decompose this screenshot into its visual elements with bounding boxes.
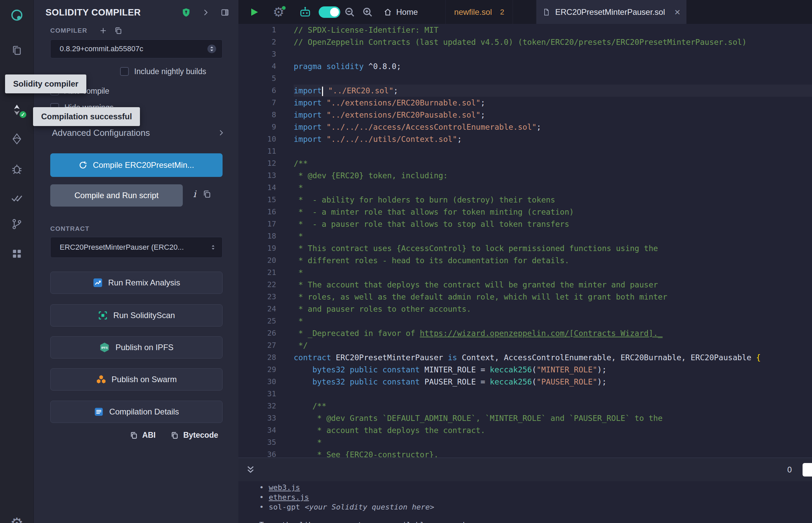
line-number[interactable]: 34 — [239, 424, 276, 436]
info-icon[interactable]: i — [190, 189, 200, 199]
source-control-icon[interactable] — [0, 215, 34, 234]
code-editor[interactable]: 1234567891011121314151617181920212223242… — [239, 24, 812, 458]
code-line[interactable]: */ — [294, 339, 812, 351]
code-line[interactable]: /** — [294, 400, 812, 412]
editor-code[interactable]: // SPDX-License-Identifier: MIT// OpenZe… — [279, 24, 812, 458]
terminal-search-input[interactable] — [802, 463, 812, 476]
compilation-details-button[interactable]: Compilation Details — [50, 401, 223, 423]
line-number[interactable]: 1 — [239, 24, 276, 36]
run-solidityscan-button[interactable]: Run SolidityScan — [50, 304, 223, 327]
line-number[interactable]: 9 — [239, 121, 276, 133]
tab-home[interactable]: Home — [381, 0, 421, 24]
compiler-version-select[interactable]: 0.8.29+commit.ab55807c — [50, 39, 223, 58]
chevron-right-icon[interactable] — [202, 8, 210, 17]
code-line[interactable]: import "../ERC20.sol"; — [294, 85, 812, 97]
code-line[interactable]: * — [294, 230, 812, 242]
line-number[interactable]: 28 — [239, 351, 276, 364]
shield-icon[interactable] — [181, 7, 191, 18]
panel-layout-icon[interactable] — [220, 8, 229, 17]
tab-erc20-preset[interactable]: ERC20PresetMinterPauser.sol × — [536, 0, 687, 24]
code-line[interactable]: * and pauser roles to other accounts. — [294, 303, 812, 315]
code-line[interactable]: * — [294, 436, 812, 449]
code-line[interactable]: import "../extensions/ERC20Burnable.sol"… — [294, 97, 812, 109]
play-icon[interactable] — [248, 0, 259, 24]
line-number[interactable]: 22 — [239, 279, 276, 291]
code-line[interactable]: * — [294, 315, 812, 327]
line-number[interactable]: 4 — [239, 60, 276, 72]
code-line[interactable]: bytes32 public constant PAUSER_ROLE = ke… — [294, 376, 812, 388]
code-line[interactable]: * See {ERC20-constructor}. — [294, 449, 812, 458]
ai-toggle[interactable] — [319, 0, 340, 24]
line-number[interactable]: 17 — [239, 218, 276, 230]
copy-abi-button[interactable]: ABI — [129, 431, 156, 440]
file-explorer-icon[interactable] — [0, 41, 34, 60]
code-line[interactable]: * - a pauser role that allows to stop al… — [294, 218, 812, 230]
close-icon[interactable]: × — [674, 7, 681, 17]
terminal-output[interactable]: • web3.js • ethers.js • sol-gpt <your So… — [239, 481, 812, 523]
code-line[interactable]: * account that deploys the contract. — [294, 424, 812, 436]
web3js-link[interactable]: web3.js — [269, 483, 300, 492]
line-number[interactable]: 20 — [239, 254, 276, 267]
code-line[interactable]: /** — [294, 157, 812, 169]
line-number[interactable]: 5 — [239, 72, 276, 85]
line-number[interactable]: 21 — [239, 267, 276, 279]
line-number[interactable]: 6 — [239, 85, 276, 97]
code-line[interactable] — [294, 48, 812, 60]
code-line[interactable]: * @dev {ERC20} token, including: — [294, 169, 812, 182]
code-line[interactable]: contract ERC20PresetMinterPauser is Cont… — [294, 351, 812, 364]
debugger-icon[interactable] — [0, 159, 34, 178]
line-number[interactable]: 35 — [239, 436, 276, 449]
code-line[interactable]: * - a minter role that allows for token … — [294, 206, 812, 218]
zoom-in-icon[interactable] — [362, 0, 373, 24]
line-number[interactable]: 29 — [239, 364, 276, 376]
code-line[interactable]: * _Deprecated in favor of https://wizard… — [294, 327, 812, 339]
line-number[interactable]: 24 — [239, 303, 276, 315]
code-line[interactable] — [294, 72, 812, 85]
line-number[interactable]: 27 — [239, 339, 276, 351]
line-number[interactable]: 12 — [239, 157, 276, 169]
code-line[interactable] — [294, 388, 812, 400]
line-number[interactable]: 23 — [239, 291, 276, 303]
code-line[interactable]: * different roles - head to its document… — [294, 254, 812, 267]
compile-and-run-button[interactable]: Compile and Run script — [50, 184, 183, 206]
line-number[interactable]: 15 — [239, 194, 276, 206]
code-line[interactable]: * - ability for holders to burn (destroy… — [294, 194, 812, 206]
code-line[interactable]: import "../../../access/AccessControlEnu… — [294, 121, 812, 133]
line-number[interactable]: 30 — [239, 376, 276, 388]
code-line[interactable]: * — [294, 182, 812, 194]
line-number[interactable]: 7 — [239, 97, 276, 109]
code-line[interactable] — [294, 145, 812, 157]
publish-on-ipfs-button[interactable]: IPFS Publish on IPFS — [50, 336, 223, 359]
code-line[interactable]: * This contract uses {AccessControl} to … — [294, 242, 812, 254]
compile-button[interactable]: Compile ERC20PresetMin... — [50, 153, 223, 177]
ai-robot-icon[interactable] — [298, 0, 312, 24]
publish-on-swarm-button[interactable]: Publish on Swarm — [50, 368, 223, 391]
code-line[interactable]: * The account that deploys the contract … — [294, 279, 812, 291]
code-line[interactable]: import "../../../utils/Context.sol"; — [294, 133, 812, 145]
tab-newfile[interactable]: newfile.sol 2 — [445, 0, 513, 24]
plugin-manager-icon[interactable] — [0, 244, 34, 263]
line-number[interactable]: 2 — [239, 36, 276, 48]
line-number[interactable]: 31 — [239, 388, 276, 400]
line-number[interactable]: 26 — [239, 327, 276, 339]
copy-icon[interactable] — [202, 190, 212, 199]
copy-bytecode-button[interactable]: Bytecode — [170, 431, 218, 440]
code-line[interactable]: // OpenZeppelin Contracts (last updated … — [294, 36, 812, 48]
copy-icon[interactable] — [114, 26, 123, 35]
plus-icon[interactable] — [99, 26, 107, 35]
line-number[interactable]: 25 — [239, 315, 276, 327]
chevron-double-down-icon[interactable] — [245, 458, 256, 482]
line-number[interactable]: 19 — [239, 242, 276, 254]
line-number[interactable]: 14 — [239, 182, 276, 194]
contract-stepper-icon[interactable] — [209, 243, 217, 252]
line-number[interactable]: 18 — [239, 230, 276, 242]
code-line[interactable]: bytes32 public constant MINTER_ROLE = ke… — [294, 364, 812, 376]
compiler-gear-icon[interactable]: ⚙ — [273, 0, 284, 24]
code-line[interactable]: pragma solidity ^0.8.0; — [294, 60, 812, 72]
settings-gear-icon[interactable]: ⚙ — [0, 513, 34, 523]
line-number[interactable]: 32 — [239, 400, 276, 412]
line-number[interactable]: 10 — [239, 133, 276, 145]
code-line[interactable]: // SPDX-License-Identifier: MIT — [294, 24, 812, 36]
line-number[interactable]: 36 — [239, 449, 276, 458]
nightly-builds-checkbox[interactable] — [120, 67, 129, 76]
